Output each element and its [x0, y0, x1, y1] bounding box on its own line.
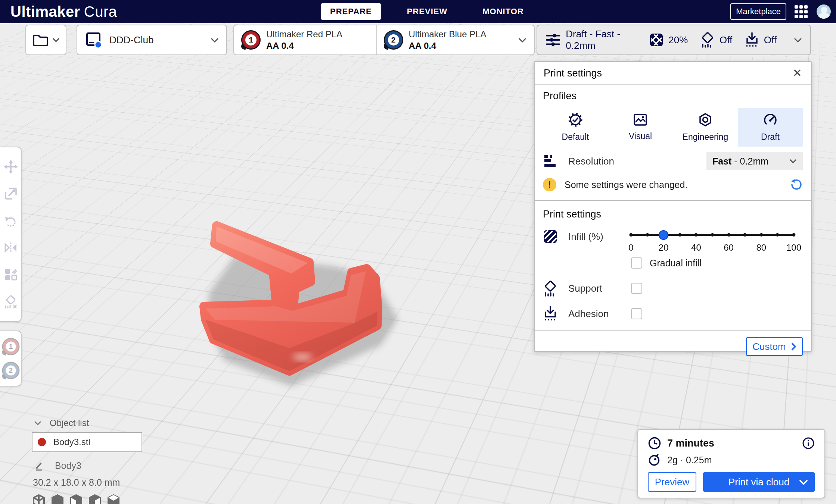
extruder-1-select-button[interactable]: 1: [3, 339, 18, 354]
spool-icon: [648, 454, 661, 466]
extruder-configuration[interactable]: 1 Ultimaker Red PLA AA 0.4 2 Ultimaker B…: [233, 25, 535, 55]
move-icon: [4, 160, 18, 174]
infill-icon: [649, 32, 664, 47]
summary-infill: 20%: [649, 32, 688, 47]
warning-text: Some settings were changed.: [565, 179, 687, 190]
view-front-icon[interactable]: [50, 494, 65, 504]
topbar-right: Marketplace: [730, 0, 832, 23]
app-grid-icon[interactable]: [795, 5, 808, 18]
logo-product: Cura: [84, 3, 117, 20]
object-rename-row[interactable]: Body3: [32, 460, 142, 471]
extruder-2-select-button[interactable]: 2: [3, 363, 18, 378]
mirror-icon: [4, 242, 18, 253]
print-settings-summary[interactable]: Draft - Fast - 0.2mm 20% Off: [537, 25, 811, 55]
model-body3[interactable]: [175, 215, 444, 408]
infill-slider: 0 20 40 60 80 100: [631, 230, 794, 254]
adhesion-row-icon: [543, 306, 558, 322]
profile-default[interactable]: Default: [543, 108, 608, 147]
per-model-settings-button[interactable]: [3, 267, 18, 282]
tab-preview[interactable]: PREVIEW: [398, 3, 456, 20]
chevron-right-icon: [791, 342, 796, 351]
avatar-body: [818, 13, 830, 19]
gear-check-icon: [568, 113, 582, 127]
infill-slider-handle[interactable]: [659, 230, 668, 240]
scale-tool-button[interactable]: [3, 186, 18, 201]
view-3d-icon[interactable]: [32, 494, 46, 504]
divider: [535, 200, 811, 201]
adhesion-checkbox[interactable]: [631, 308, 642, 319]
marketplace-button[interactable]: Marketplace: [730, 3, 786, 20]
tab-monitor[interactable]: MONITOR: [473, 3, 532, 20]
profiles-row: Default Visual Engineering: [543, 108, 803, 147]
chevron-down-icon: [34, 421, 41, 425]
scale-icon: [4, 187, 18, 200]
info-icon[interactable]: [802, 437, 815, 450]
extruder-2-nozzle: AA 0.4: [409, 41, 487, 51]
object-list-item[interactable]: Body3.stl: [32, 432, 142, 452]
print-via-cloud-button[interactable]: Print via cloud: [703, 472, 815, 492]
per-model-settings-icon: [4, 268, 18, 281]
extruder-select-rail: 1 2: [0, 331, 22, 386]
infill-row-icon: [543, 229, 558, 244]
app-logo: UltimakerCura: [10, 3, 117, 20]
infill-slider-track[interactable]: [631, 230, 794, 240]
print-settings-section-heading: Print settings: [543, 209, 803, 220]
profile-draft[interactable]: Draft: [738, 108, 803, 147]
extruder-1-material: Ultimaker Red PLA: [266, 29, 342, 40]
extruder-1[interactable]: 1 Ultimaker Red PLA AA 0.4: [234, 25, 376, 54]
gradual-infill-checkbox[interactable]: [631, 257, 642, 269]
view-top-icon[interactable]: [69, 494, 83, 504]
warning-icon: !: [543, 178, 556, 191]
view-left-icon[interactable]: [88, 494, 102, 504]
chevron-down-icon: [799, 479, 808, 485]
avatar-head: [821, 7, 827, 13]
profile-visual[interactable]: Visual: [608, 108, 673, 147]
top-bar: UltimakerCura PREPARE PREVIEW MONITOR Ma…: [0, 0, 836, 23]
preview-button[interactable]: Preview: [648, 472, 696, 492]
material-usage: 2g · 0.25m: [667, 455, 712, 466]
move-tool-button[interactable]: [3, 159, 18, 174]
chevron-down-icon: [794, 38, 802, 43]
sliders-icon: [546, 32, 560, 47]
extruder-1-nozzle: AA 0.4: [266, 41, 342, 51]
support-icon: [700, 32, 715, 48]
support-label: Support: [568, 283, 602, 294]
gauge-icon: [763, 113, 777, 127]
extruder-1-badge: 1: [242, 31, 259, 48]
chevron-down-icon: [52, 38, 60, 42]
avatar[interactable]: [816, 4, 832, 19]
tab-prepare[interactable]: PREPARE: [321, 3, 381, 20]
printer-selector[interactable]: DDD-Club: [77, 25, 227, 55]
custom-settings-button[interactable]: Custom: [746, 337, 803, 356]
printer-name: DDD-Club: [109, 34, 211, 46]
profile-engineering[interactable]: Engineering: [673, 108, 738, 147]
adhesion-label: Adhesion: [568, 308, 609, 320]
camera-view-buttons: [32, 494, 142, 504]
mirror-tool-button[interactable]: [3, 240, 18, 255]
extruder-2-material: Ultimaker Blue PLA: [409, 29, 487, 40]
object-list-header[interactable]: Object list: [32, 418, 142, 428]
reset-icon[interactable]: [790, 178, 803, 191]
nut-icon: [698, 113, 712, 127]
panel-title: Print settings: [544, 68, 602, 79]
extruder-2[interactable]: 2 Ultimaker Blue PLA AA 0.4: [376, 25, 519, 54]
support-blocker-button[interactable]: [3, 294, 18, 309]
open-file-button[interactable]: [25, 25, 66, 55]
stage-tabs: PREPARE PREVIEW MONITOR: [321, 0, 533, 23]
close-icon[interactable]: ✕: [793, 68, 802, 79]
resolution-select[interactable]: Fast - 0.2mm: [706, 152, 803, 170]
rotate-tool-button[interactable]: [3, 213, 18, 228]
left-tool-rail: [0, 147, 22, 322]
view-right-icon[interactable]: [106, 494, 121, 504]
summary-adhesion: Off: [745, 32, 777, 48]
printer-status-dot: [95, 41, 102, 48]
adhesion-icon: [745, 32, 759, 48]
object-color-dot: [38, 438, 46, 446]
chevron-down-icon: [211, 38, 219, 43]
support-checkbox[interactable]: [631, 283, 642, 294]
gradual-infill-label: Gradual infill: [650, 258, 702, 269]
extruder-2-badge: 2: [385, 31, 402, 48]
support-row-icon: [543, 280, 558, 297]
rotate-icon: [4, 214, 18, 228]
chevron-down-icon: [518, 38, 526, 43]
